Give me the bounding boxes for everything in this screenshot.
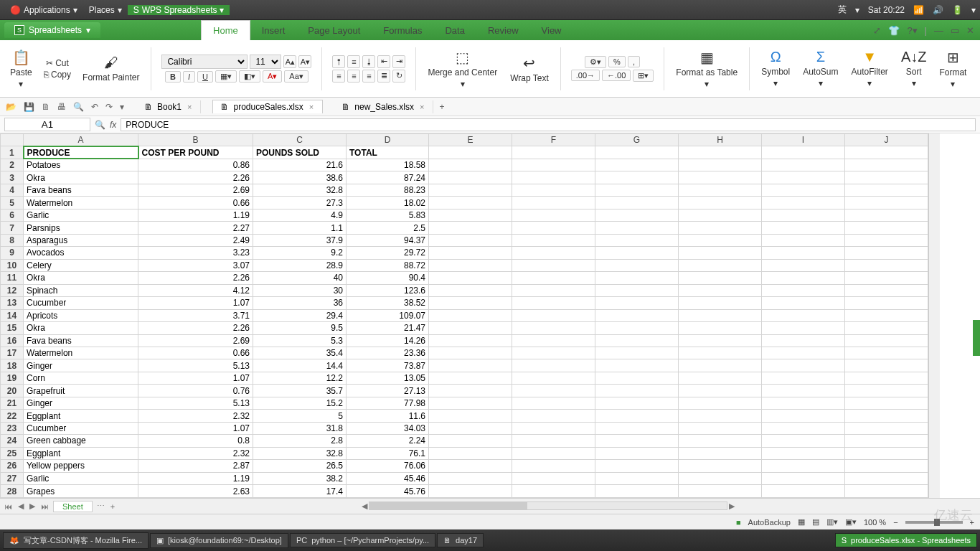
cell[interactable]: 88.72 [347,259,429,271]
cell[interactable] [762,472,845,484]
tab-view[interactable]: View [530,21,573,40]
cell[interactable] [595,284,679,296]
row-header[interactable]: 28 [1,485,24,498]
skin-icon[interactable]: ⤢ [873,25,881,36]
row-header[interactable]: 22 [1,410,24,422]
lookup-icon[interactable]: 🔍 [95,120,105,130]
cell[interactable]: 87.24 [347,171,429,184]
wrap-text-button[interactable]: ↩Wrap Text [506,53,553,85]
cell[interactable]: 2.8 [253,435,347,447]
cell[interactable] [679,359,762,372]
tab-home[interactable]: Home [201,20,250,40]
cell[interactable] [595,485,679,498]
col-header-E[interactable]: E [429,134,512,146]
cell[interactable] [512,397,595,409]
row-header[interactable]: 24 [1,435,24,447]
cell[interactable] [429,259,512,271]
taskbar-day17[interactable]: 🗎 day17 [437,533,484,547]
sheet-nav-next[interactable]: ▶ [28,501,37,511]
taskbar-terminal[interactable]: ▣ [kiosk@foundation69:~/Desktop] [150,533,288,548]
symbol-button[interactable]: ΩSymbol▾ [757,47,794,90]
cell[interactable] [595,410,679,422]
row-header[interactable]: 10 [1,259,24,271]
underline-button[interactable]: U [197,71,213,83]
col-header-F[interactable]: F [512,134,595,146]
decrease-decimal-icon[interactable]: ←.00 [602,70,631,81]
cell[interactable]: 2.32 [138,410,253,422]
row-header[interactable]: 8 [1,234,24,246]
cell[interactable] [512,435,595,447]
cell[interactable]: 18.58 [347,159,429,171]
cell[interactable] [679,322,762,334]
row-header[interactable]: 9 [1,247,24,259]
cell[interactable] [845,234,928,246]
cell[interactable] [429,309,512,321]
cell[interactable] [762,284,845,296]
cell[interactable] [595,322,679,334]
cell[interactable] [845,222,928,234]
cell[interactable] [845,472,928,484]
close-button[interactable]: ✕ [966,25,974,36]
cell[interactable]: 30 [253,284,347,296]
wps-menu[interactable]: S WPS Spreadsheets ▾ [128,5,230,15]
cell[interactable]: 32.8 [253,184,347,196]
cell[interactable] [679,385,762,397]
cell[interactable]: Yellow peppers [24,460,138,472]
cell[interactable]: 12.2 [253,372,347,384]
battery-icon[interactable]: 🔋 [952,5,963,15]
cell[interactable] [595,272,679,284]
cell[interactable] [429,472,512,484]
font-name-select[interactable]: Calibri [161,55,248,69]
name-box[interactable] [4,118,90,131]
cell[interactable] [512,322,595,334]
cell[interactable] [845,410,928,422]
cell[interactable] [679,309,762,321]
cell[interactable] [845,272,928,284]
fx-icon[interactable]: fx [105,120,121,130]
freeze-icon[interactable]: ▣▾ [845,517,857,527]
cell[interactable] [429,347,512,359]
undo-icon[interactable]: ↶ [90,102,100,112]
cell[interactable] [595,197,679,209]
cell[interactable]: 2.26 [138,171,253,184]
cell[interactable] [762,184,845,196]
cell[interactable] [429,359,512,372]
cell[interactable] [845,322,928,334]
print-icon[interactable]: 🖶 [56,102,67,112]
cell[interactable]: Apricots [24,309,138,321]
cell[interactable] [512,359,595,372]
cell[interactable]: 2.69 [138,334,253,347]
cell[interactable] [679,259,762,271]
cell[interactable]: 94.37 [347,234,429,246]
cell[interactable] [679,247,762,259]
save-icon[interactable]: 💾 [22,102,36,112]
cell[interactable] [762,259,845,271]
cell[interactable]: 5 [253,410,347,422]
cell[interactable] [762,359,845,372]
cell[interactable]: 3.07 [138,259,253,271]
applications-menu[interactable]: 🔴 Applications ▾ [4,5,83,15]
cell[interactable]: 2.5 [347,222,429,234]
cell[interactable]: 1.07 [138,422,253,434]
cell[interactable] [512,297,595,309]
cell[interactable] [429,460,512,472]
cell[interactable] [845,447,928,459]
zoom-out-icon[interactable]: − [893,518,897,527]
cell[interactable] [845,397,928,409]
cell[interactable] [429,272,512,284]
row-header[interactable]: 16 [1,334,24,347]
autosum-button[interactable]: ΣAutoSum▾ [798,47,842,90]
cell[interactable]: 1.1 [253,222,347,234]
cell[interactable]: Asparagus [24,234,138,246]
cell[interactable] [429,171,512,184]
highlight-button[interactable]: Aa▾ [284,70,308,83]
cell[interactable]: 90.4 [347,272,429,284]
cell[interactable] [845,197,928,209]
row-header[interactable]: 13 [1,297,24,309]
cell[interactable] [762,209,845,221]
cell[interactable]: 0.66 [138,347,253,359]
power-icon[interactable]: ▾ [971,5,976,15]
cell[interactable] [512,146,595,159]
cell[interactable] [762,272,845,284]
cell[interactable]: 2.26 [138,322,253,334]
